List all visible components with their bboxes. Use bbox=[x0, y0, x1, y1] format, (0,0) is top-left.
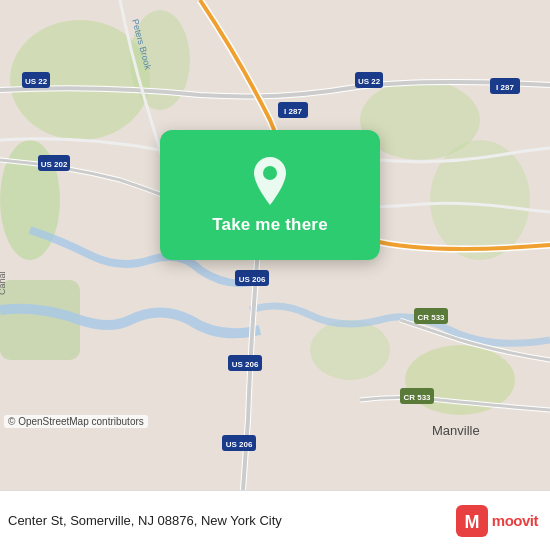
svg-text:I 287: I 287 bbox=[496, 83, 514, 92]
svg-text:I 287: I 287 bbox=[284, 107, 302, 116]
svg-text:US 206: US 206 bbox=[226, 440, 253, 449]
svg-text:M: M bbox=[464, 512, 479, 532]
svg-text:CR 533: CR 533 bbox=[403, 393, 431, 402]
osm-attribution: © OpenStreetMap contributors bbox=[4, 415, 148, 428]
svg-text:CR 533: CR 533 bbox=[417, 313, 445, 322]
location-pin-icon bbox=[248, 155, 292, 207]
svg-text:US 22: US 22 bbox=[358, 77, 381, 86]
moovit-logo: M moovit bbox=[456, 505, 538, 537]
svg-text:US 202: US 202 bbox=[41, 160, 68, 169]
bottom-bar: Center St, Somerville, NJ 08876, New Yor… bbox=[0, 490, 550, 550]
svg-point-33 bbox=[263, 166, 277, 180]
moovit-icon: M bbox=[456, 505, 488, 537]
svg-text:US 22: US 22 bbox=[25, 77, 48, 86]
svg-text:US 206: US 206 bbox=[232, 360, 259, 369]
moovit-label: moovit bbox=[492, 512, 538, 529]
map-container: Canal Peters Brook US 22 US 202 bbox=[0, 0, 550, 490]
svg-point-7 bbox=[310, 320, 390, 380]
svg-text:Canal: Canal bbox=[0, 271, 7, 295]
svg-text:Manville: Manville bbox=[432, 423, 480, 438]
svg-text:US 206: US 206 bbox=[239, 275, 266, 284]
take-me-there-card[interactable]: Take me there bbox=[160, 130, 380, 260]
address-text: Center St, Somerville, NJ 08876, New Yor… bbox=[8, 513, 456, 528]
take-me-there-label: Take me there bbox=[212, 215, 328, 235]
